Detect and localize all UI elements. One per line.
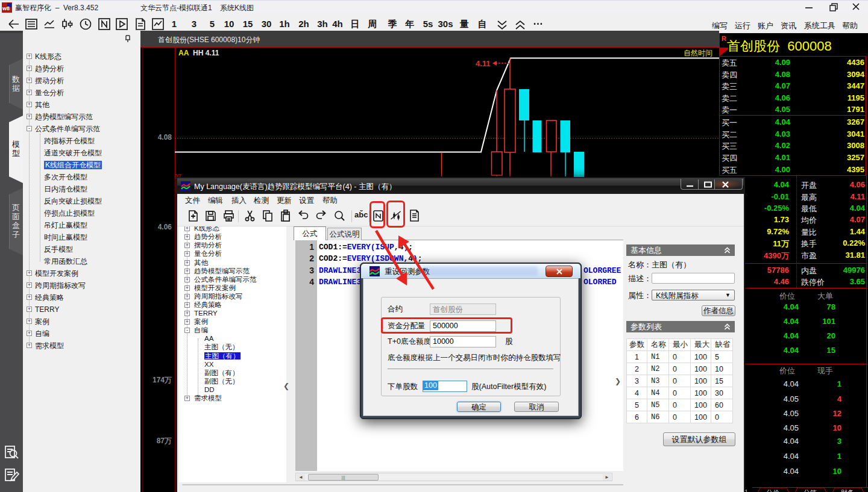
svg-text:w8: w8 bbox=[2, 5, 10, 11]
svg-text:财务: 财务 bbox=[841, 489, 854, 492]
svg-text:分笔: 分笔 bbox=[804, 489, 817, 492]
svg-text:4.11: 4.11 bbox=[476, 59, 491, 68]
svg-text:分价: 分价 bbox=[766, 489, 779, 492]
